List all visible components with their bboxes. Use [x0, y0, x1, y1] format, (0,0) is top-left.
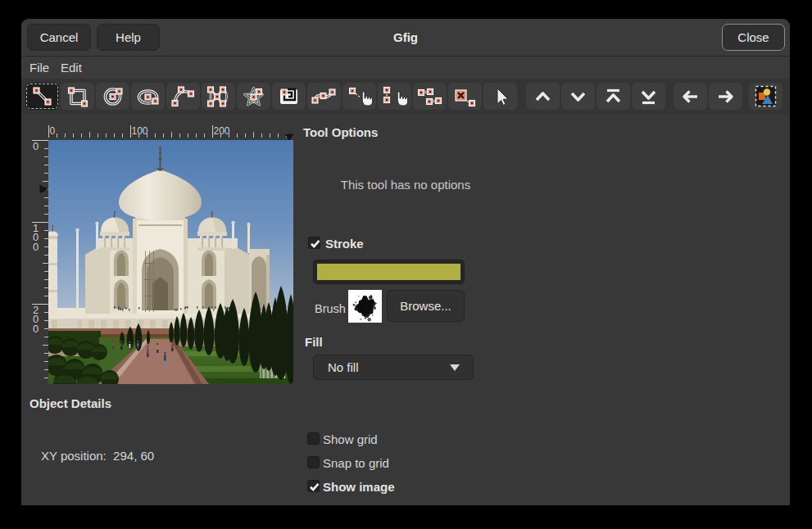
svg-text:100: 100: [132, 125, 148, 137]
svg-text:200: 200: [214, 125, 230, 137]
svg-text:0: 0: [33, 241, 39, 253]
svg-text:0: 0: [50, 125, 56, 137]
svg-text:0: 0: [33, 323, 39, 335]
svg-text:0: 0: [33, 140, 39, 152]
